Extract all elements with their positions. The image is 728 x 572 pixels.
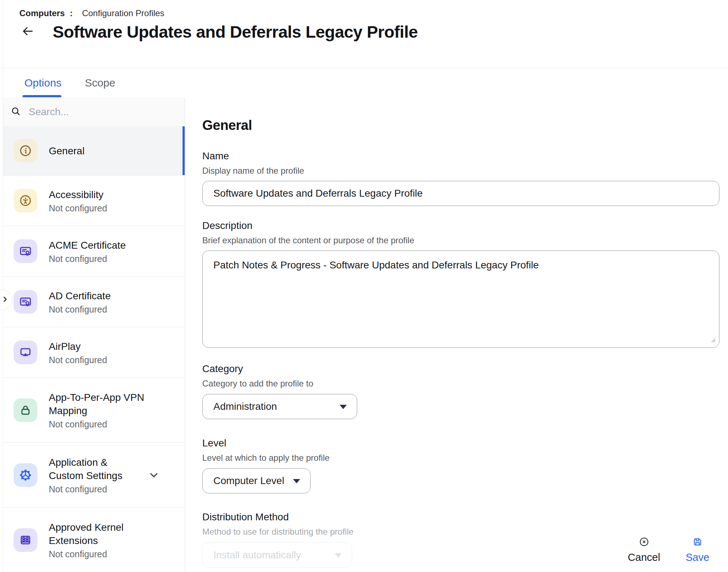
info-icon [14, 139, 37, 163]
cancel-button[interactable]: Cancel [628, 536, 660, 563]
distribution-method-select: Install automatically [202, 543, 352, 568]
level-value: Computer Level [213, 475, 284, 487]
cancel-label: Cancel [628, 552, 660, 563]
sidebar-item-app-to-per-app-vpn-mapping[interactable]: App-To-Per-App VPN Mapping Not configure… [3, 378, 185, 443]
section-title: General [202, 117, 719, 133]
sidebar-item-approved-kernel-extensions[interactable]: Approved Kernel Extensions Not configure… [3, 508, 185, 572]
tab-scope[interactable]: Scope [85, 68, 115, 97]
breadcrumb: Computers : Configuration Profiles [19, 0, 728, 18]
page-header: Computers : Configuration Profiles Softw… [0, 0, 728, 68]
description-textarea[interactable]: Patch Notes & Progress - Software Update… [202, 250, 719, 348]
description-label: Description [202, 220, 719, 232]
breadcrumb-separator: : [70, 8, 73, 18]
page-title: Software Updates and Deferrals Legacy Pr… [53, 22, 418, 42]
description-helper: Brief explanation of the content or purp… [202, 235, 719, 246]
breadcrumb-computers[interactable]: Computers [19, 8, 65, 18]
category-helper: Category to add the profile to [202, 378, 719, 389]
breadcrumb-configuration-profiles[interactable]: Configuration Profiles [82, 8, 164, 18]
chevron-right-icon [0, 295, 10, 305]
footer-actions: Cancel Save [628, 536, 709, 563]
name-helper: Display name of the profile [202, 165, 719, 176]
airplay-icon [14, 341, 37, 364]
configuration-profile-editor: Computers : Configuration Profiles Softw… [0, 0, 728, 572]
distribution-method-value: Install automatically [213, 549, 301, 561]
certificate-icon [14, 290, 37, 314]
general-panel: General Name Display name of the profile… [185, 97, 728, 572]
category-value: Administration [213, 401, 277, 412]
sidebar-item-acme-certificate[interactable]: ACME Certificate Not configured [3, 226, 185, 277]
category-label: Category [202, 363, 719, 375]
sidebar-item-accessibility[interactable]: Accessibility Not configured [3, 175, 185, 226]
save-label: Save [686, 552, 709, 563]
payload-sidebar: General Accessibility Not configured ACM… [3, 97, 185, 572]
chevron-down-icon[interactable] [148, 469, 160, 481]
page-left-border [3, 0, 3, 572]
caret-down-icon [293, 479, 300, 483]
search-icon [10, 106, 21, 118]
level-helper: Level at which to apply the profile [202, 453, 719, 463]
search-input[interactable] [29, 106, 185, 118]
caret-down-icon [335, 553, 342, 558]
sidebar-item-application-custom-settings[interactable]: Application & Custom Settings Not config… [3, 443, 185, 508]
accessibility-icon [14, 189, 37, 212]
tab-bar: Options Scope [0, 68, 728, 97]
save-floppy-icon [692, 536, 703, 548]
sidebar-search [3, 97, 185, 126]
kernel-extension-icon [14, 528, 37, 552]
name-input[interactable] [202, 181, 719, 206]
lock-icon [14, 398, 37, 422]
caret-down-icon [340, 405, 347, 409]
distribution-method-label: Distribution Method [202, 511, 719, 523]
level-label: Level [202, 437, 719, 449]
sidebar-items: General Accessibility Not configured ACM… [3, 126, 185, 572]
level-select[interactable]: Computer Level [202, 468, 311, 493]
certificate-icon [14, 239, 37, 263]
sidebar-item-general[interactable]: General [3, 126, 185, 175]
save-button[interactable]: Save [686, 536, 709, 563]
gear-icon [14, 463, 37, 487]
distribution-method-helper: Method to use for distributing the profi… [202, 526, 719, 537]
back-button[interactable] [20, 25, 35, 39]
sidebar-item-airplay[interactable]: AirPlay Not configured [3, 327, 185, 378]
cancel-circle-x-icon [639, 536, 649, 548]
sidebar-item-ad-certificate[interactable]: AD Certificate Not configured [3, 277, 185, 327]
arrow-left-icon [21, 24, 34, 39]
tab-options[interactable]: Options [24, 68, 61, 97]
name-label: Name [202, 150, 719, 162]
category-select[interactable]: Administration [202, 394, 357, 419]
